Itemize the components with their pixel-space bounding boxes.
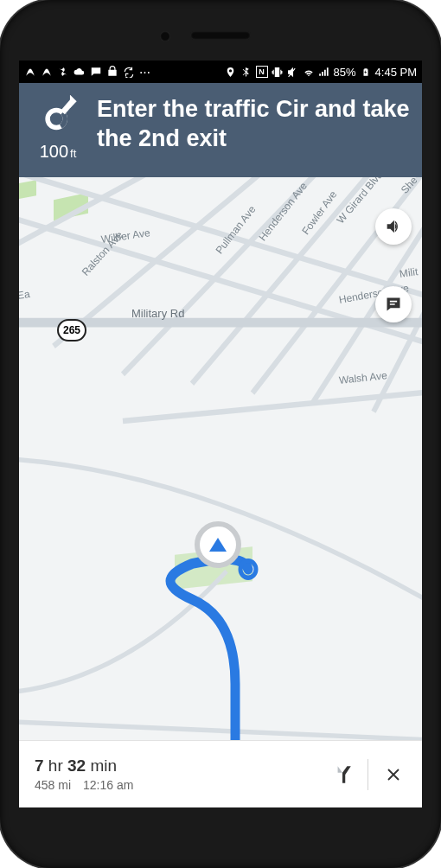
bluetooth-icon (240, 66, 252, 78)
street-label: Military Rd (131, 307, 184, 320)
more-icon: ⋯ (139, 66, 151, 79)
wifi-icon (303, 66, 315, 78)
trip-info: 7 hr 32 min 458 mi12:16 am (35, 756, 317, 792)
cloud-icon (74, 66, 86, 78)
nfc-icon: N (256, 66, 268, 78)
status-right: N 85% 4:45 PM (225, 66, 417, 79)
battery-percent: 85% (334, 66, 356, 79)
trip-hours: 7 (35, 756, 44, 775)
sync-icon (123, 66, 135, 78)
mute-icon (287, 66, 299, 78)
status-bar: ⋯ N (19, 61, 422, 83)
direction-instruction: Enter the traffic Cir and take the 2nd e… (97, 95, 410, 154)
route-shield-number: 265 (63, 324, 80, 336)
trip-sub: 458 mi12:16 am (35, 778, 317, 792)
phone-speaker (190, 31, 251, 40)
phone-camera (160, 31, 170, 41)
battery-icon (360, 66, 372, 78)
trip-summary-bar[interactable]: 7 hr 32 min 458 mi12:16 am (19, 740, 422, 807)
distance-value: 100 (40, 142, 68, 161)
signal-icon (318, 66, 330, 78)
trip-time: 7 hr 32 min (35, 756, 317, 775)
map-canvas[interactable]: Wilber Ave Ralston Ave Pullman Ave Hende… (19, 177, 422, 740)
street-label: Milit (399, 265, 419, 280)
direction-panel[interactable]: 100ft Enter the traffic Cir and take the… (19, 83, 422, 177)
status-left: ⋯ (24, 66, 151, 79)
route-overview-button[interactable] (329, 762, 355, 788)
vibrate-icon (272, 66, 284, 78)
street-label: Ea (19, 288, 31, 302)
location-icon (225, 66, 237, 78)
app-icon (41, 66, 53, 78)
maneuver-distance: 100ft (40, 142, 77, 162)
bag-icon (106, 66, 118, 78)
fan-icon (57, 66, 69, 78)
message-button[interactable] (375, 286, 412, 322)
volume-button[interactable] (375, 208, 412, 245)
minutes-label: min (90, 756, 117, 775)
route-shield: 265 (57, 319, 86, 341)
trip-arrival: 12:16 am (83, 778, 133, 792)
current-location-marker (192, 519, 244, 571)
chat-icon (90, 66, 102, 78)
divider (368, 759, 368, 790)
roundabout-icon (39, 95, 77, 137)
clock: 4:45 PM (375, 66, 417, 79)
hours-label: hr (48, 756, 63, 775)
road-lines (19, 177, 422, 740)
trip-minutes: 32 (67, 756, 86, 775)
screen: ⋯ N (19, 61, 422, 807)
maneuver-col: 100ft (31, 95, 85, 162)
app-icon (24, 66, 36, 78)
phone-frame: ⋯ N (0, 0, 441, 868)
trip-distance: 458 mi (35, 778, 71, 792)
distance-unit: ft (70, 147, 76, 160)
close-button[interactable] (380, 762, 406, 788)
